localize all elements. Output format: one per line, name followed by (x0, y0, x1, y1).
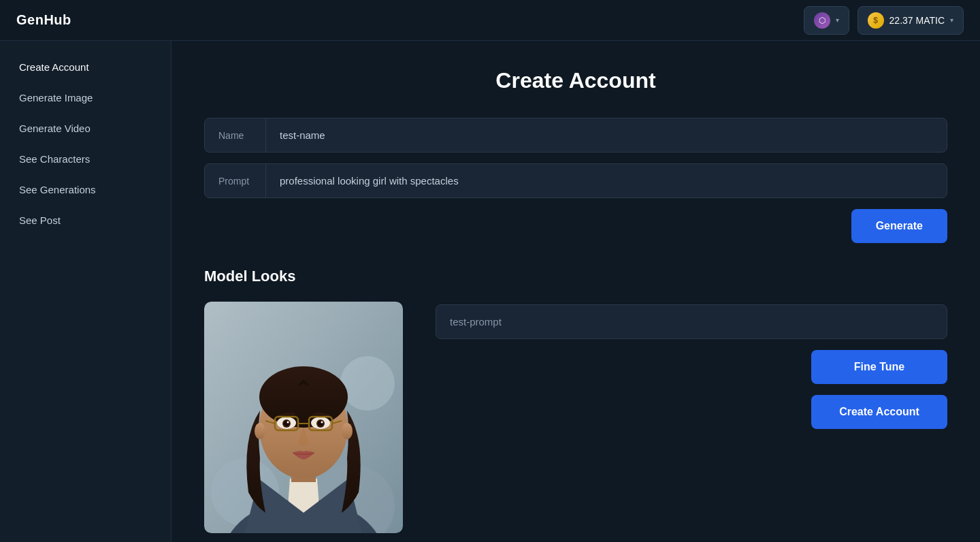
generate-button[interactable]: Generate (851, 209, 947, 243)
prompt-label: Prompt (205, 165, 266, 197)
name-label: Name (205, 119, 266, 152)
sidebar-item-see-characters[interactable]: See Characters (0, 144, 171, 174)
model-image (204, 302, 403, 533)
sidebar-item-generate-image[interactable]: Generate Image (0, 82, 171, 113)
svg-point-11 (259, 366, 348, 428)
name-input[interactable] (266, 118, 947, 152)
sidebar: Create Account Generate Image Generate V… (0, 41, 172, 542)
app-logo: GenHub (16, 12, 71, 28)
name-field-row: Name (204, 118, 947, 153)
sidebar-item-see-post[interactable]: See Post (0, 205, 171, 236)
fine-tune-button[interactable]: Fine Tune (811, 350, 947, 384)
generate-button-row: Generate (204, 209, 947, 243)
header: GenHub ⬡ ▾ $ 22.37 MATIC ▾ (0, 0, 980, 41)
chevron-down-icon-2: ▾ (950, 16, 953, 24)
svg-point-25 (255, 423, 265, 439)
model-looks-row: Fine Tune Create Account (204, 302, 947, 533)
page-title: Create Account (204, 68, 947, 93)
wallet-icon: ⬡ (814, 12, 830, 29)
balance-button[interactable]: $ 22.37 MATIC ▾ (858, 6, 964, 35)
svg-point-18 (287, 421, 289, 424)
main-content: Create Account Name Prompt Generate Mode… (172, 41, 980, 542)
chevron-down-icon: ▾ (836, 16, 839, 24)
balance-amount: 22.37 MATIC (889, 15, 945, 26)
header-controls: ⬡ ▾ $ 22.37 MATIC ▾ (804, 6, 964, 35)
model-looks-title: Model Looks (204, 268, 947, 285)
svg-point-19 (321, 421, 323, 424)
prompt-field-row: Prompt (204, 163, 947, 198)
model-actions: Fine Tune Create Account (436, 302, 947, 429)
create-account-button[interactable]: Create Account (811, 395, 947, 429)
model-portrait-svg (204, 302, 403, 533)
sidebar-item-create-account[interactable]: Create Account (0, 52, 171, 82)
action-buttons: Fine Tune Create Account (436, 350, 947, 429)
wallet-button[interactable]: ⬡ ▾ (804, 6, 849, 35)
svg-point-26 (342, 423, 353, 439)
coin-icon: $ (868, 12, 884, 29)
sidebar-item-see-generations[interactable]: See Generations (0, 174, 171, 205)
model-prompt-input[interactable] (436, 304, 947, 339)
sidebar-item-generate-video[interactable]: Generate Video (0, 113, 171, 144)
prompt-input[interactable] (266, 164, 947, 197)
svg-point-4 (340, 356, 395, 411)
